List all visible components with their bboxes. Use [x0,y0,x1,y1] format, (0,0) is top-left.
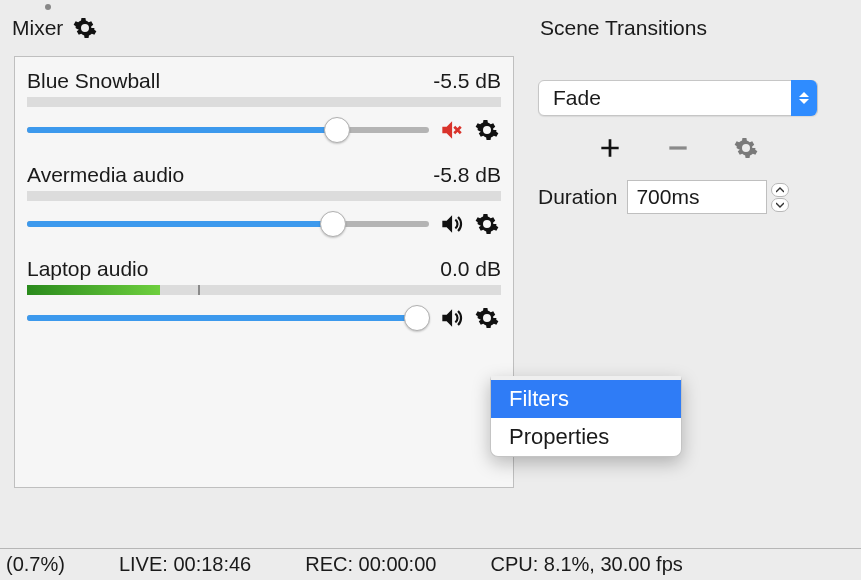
status-rec: REC: 00:00:00 [305,553,436,576]
stepper-up[interactable] [771,183,789,197]
speaker-icon [438,305,464,331]
status-bar: (0.7%) LIVE: 00:18:46 REC: 00:00:00 CPU:… [0,548,861,580]
panel-header: Mixer Scene Transitions [0,0,861,56]
source-settings-button[interactable] [473,116,501,144]
add-transition-button[interactable] [596,134,624,162]
gear-icon [734,136,758,160]
gear-icon [475,306,499,330]
source-name: Avermedia audio [27,163,184,187]
duration-stepper[interactable] [771,180,791,214]
level-meter [27,97,501,107]
transition-selected: Fade [553,86,601,110]
source-name: Laptop audio [27,257,148,281]
mixer-source: Laptop audio 0.0 dB [27,255,501,337]
speaker-icon [438,211,464,237]
status-live: LIVE: 00:18:46 [119,553,251,576]
mute-button[interactable] [437,210,465,238]
context-menu-item-properties[interactable]: Properties [491,418,681,456]
volume-slider[interactable] [27,209,429,239]
mixer-title: Mixer [12,16,63,40]
source-db: -5.5 dB [433,69,501,93]
source-settings-button[interactable] [473,210,501,238]
transition-settings-button[interactable] [732,134,760,162]
duration-label: Duration [538,185,617,209]
plus-icon [597,135,623,161]
mixer-source: Avermedia audio -5.8 dB [27,161,501,243]
volume-slider[interactable] [27,303,429,333]
stepper-down[interactable] [771,198,789,212]
gear-icon [475,118,499,142]
mute-button[interactable] [437,116,465,144]
chevron-up-icon [776,187,784,193]
transitions-title: Scene Transitions [540,16,707,39]
status-cpu: CPU: 8.1%, 30.00 fps [490,553,682,576]
context-menu: Filters Properties [490,376,682,457]
mixer-panel: Blue Snowball -5.5 dB [14,56,514,488]
level-meter [27,191,501,201]
gear-icon [73,16,97,40]
duration-value: 700ms [636,185,699,209]
minus-icon [665,135,691,161]
source-name: Blue Snowball [27,69,160,93]
gear-icon [475,212,499,236]
select-arrows-icon [791,80,817,116]
speaker-muted-icon [438,117,464,143]
volume-slider[interactable] [27,115,429,145]
source-db: 0.0 dB [440,257,501,281]
status-dropped: (0.7%) [6,553,65,576]
mixer-source: Blue Snowball -5.5 dB [27,67,501,149]
source-db: -5.8 dB [433,163,501,187]
context-menu-item-filters[interactable]: Filters [491,380,681,418]
duration-field[interactable]: 700ms [627,180,767,214]
transition-select[interactable]: Fade [538,80,818,116]
remove-transition-button[interactable] [664,134,692,162]
chevron-down-icon [776,202,784,208]
mute-button[interactable] [437,304,465,332]
mixer-settings-button[interactable] [71,14,99,42]
source-settings-button[interactable] [473,304,501,332]
level-meter [27,285,501,295]
